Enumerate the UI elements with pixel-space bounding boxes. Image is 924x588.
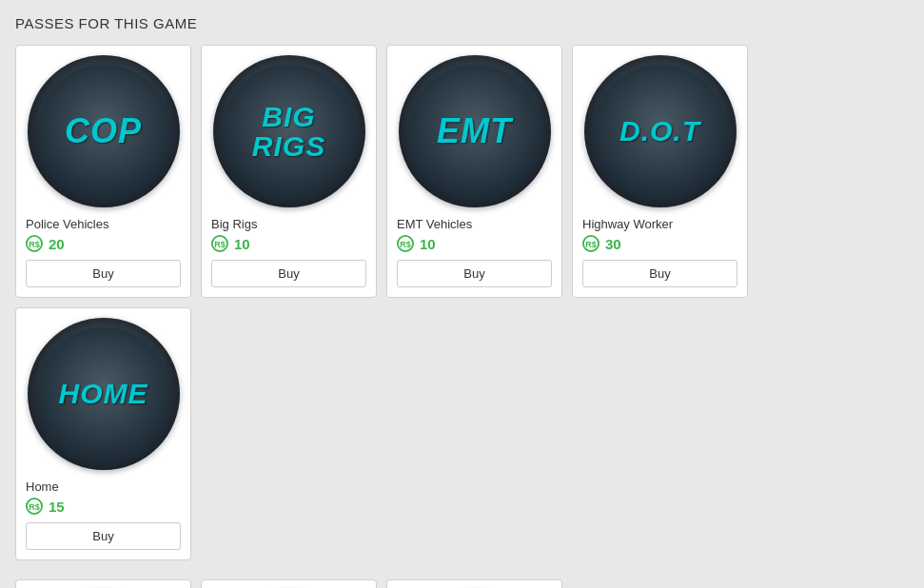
robux-icon: R$: [397, 235, 414, 252]
pass-name-home: Home: [26, 480, 59, 494]
svg-text:R$: R$: [585, 240, 597, 249]
robux-icon: R$: [582, 235, 600, 252]
buy-button-big-rigs[interactable]: Buy: [211, 260, 366, 287]
buy-button-cop[interactable]: Buy: [26, 260, 181, 287]
svg-text:R$: R$: [29, 240, 40, 249]
buy-button-dot[interactable]: Buy: [582, 260, 737, 287]
svg-text:R$: R$: [400, 240, 411, 249]
pass-card-home: HOMEHome R$ 15Buy: [15, 307, 191, 560]
pass-icon-label-dot: D.O.T: [619, 116, 700, 147]
robux-icon: R$: [26, 498, 43, 515]
pass-icon-label-cop: COP: [65, 113, 142, 149]
pass-card-free-tolls: FREE TOLLSFree Tolls! -FIXED- R$ 2Buy: [201, 579, 377, 588]
robux-icon: R$: [26, 235, 43, 252]
buy-button-emt[interactable]: Buy: [397, 260, 552, 287]
pass-icon-home: HOME: [28, 318, 180, 470]
page-title: PASSES FOR THIS GAME: [15, 15, 909, 31]
pass-icon-big-rigs: BIG RIGS: [213, 55, 365, 207]
pass-price-big-rigs: 10: [234, 236, 250, 252]
pass-icon-emt: EMT: [399, 55, 551, 207]
pass-price-row-cop: R$ 20: [26, 235, 65, 252]
pass-price-row-emt: R$ 10: [397, 235, 436, 252]
buy-button-home[interactable]: Buy: [26, 522, 181, 550]
pass-price-row-home: R$ 15: [26, 498, 65, 515]
pass-name-big-rigs: Big Rigs: [211, 217, 257, 231]
pass-price-row-big-rigs: R$ 10: [211, 235, 250, 252]
pass-price-cop: 20: [49, 236, 65, 252]
pass-icon-label-home: HOME: [59, 379, 148, 409]
pass-card-big-rigs: BIG RIGSBig Rigs R$ 10Buy: [201, 45, 377, 298]
svg-text:R$: R$: [29, 502, 40, 512]
pass-name-emt: EMT Vehicles: [397, 217, 472, 231]
pass-price-emt: 10: [420, 236, 436, 252]
pass-name-cop: Police Vehicles: [26, 217, 108, 231]
pass-name-dot: Highway Worker: [582, 217, 673, 231]
passes-grid: COPPolice Vehicles R$ 20BuyBIG RIGSBig R…: [15, 45, 909, 588]
pass-icon-dot: D.O.T: [584, 55, 737, 207]
pass-price-row-dot: R$ 30: [582, 235, 621, 252]
pass-icon-label-big-rigs: BIG RIGS: [223, 102, 356, 162]
pass-icon-label-emt: EMT: [437, 113, 512, 149]
pass-card-cop: COPPolice Vehicles R$ 20Buy: [15, 45, 191, 298]
pass-price-dot: 30: [605, 236, 621, 252]
pass-icon-cop: COP: [28, 55, 180, 207]
pass-price-home: 15: [49, 499, 65, 515]
pass-card-emt: EMTEMT Vehicles R$ 10Buy: [386, 45, 562, 298]
robux-icon: R$: [211, 235, 228, 252]
pass-card-dot: D.O.THighway Worker R$ 30Buy: [572, 45, 748, 298]
pass-card-car-radio: RADIOCar Radio R$ 20Buy: [15, 579, 191, 588]
svg-text:R$: R$: [214, 240, 226, 249]
pass-card-gun: GUNGun R$ 20Buy: [386, 579, 562, 588]
